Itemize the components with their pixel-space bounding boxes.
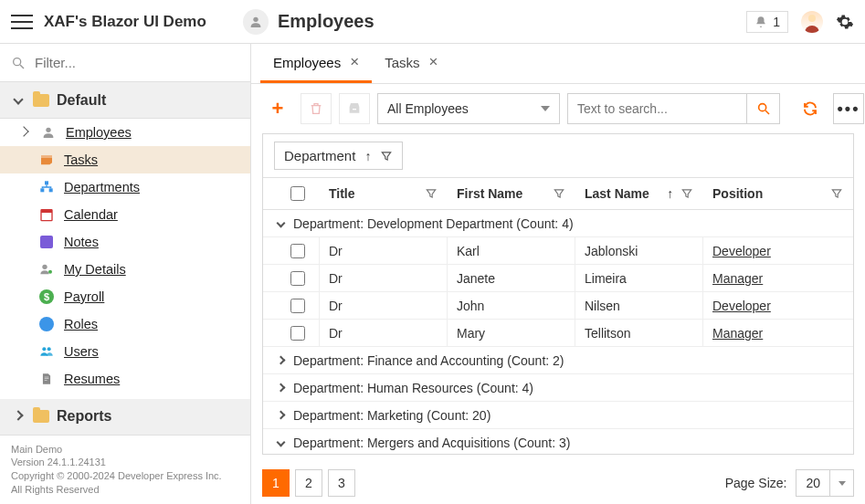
svg-rect-8 xyxy=(41,210,52,213)
sidebar-item-tasks[interactable]: Tasks xyxy=(0,146,250,173)
group-row[interactable]: Department: Human Resources (Count: 4) xyxy=(263,374,853,402)
sidebar-item-mydetails[interactable]: My Details xyxy=(0,256,250,283)
user-avatar[interactable] xyxy=(801,11,823,33)
group-row[interactable]: Department: Development Department (Coun… xyxy=(263,210,853,237)
sidebar-item-resumes[interactable]: Resumes xyxy=(0,365,250,393)
group-row[interactable]: Department: Marketing (Count: 20) xyxy=(263,402,853,429)
row-checkbox[interactable] xyxy=(290,326,305,341)
group-row[interactable]: Department: Finance and Accounting (Coun… xyxy=(263,347,853,374)
refresh-icon xyxy=(802,100,818,117)
page-size-select[interactable]: 20 xyxy=(796,469,854,497)
sidebar-section-default[interactable]: Default xyxy=(0,82,250,119)
archive-icon xyxy=(347,101,362,116)
row-checkbox[interactable] xyxy=(290,299,305,313)
cell-first-name: John xyxy=(448,292,575,319)
cell-title: Dr xyxy=(320,237,448,264)
sidebar-item-users[interactable]: Users xyxy=(0,338,250,365)
sidebar-section-reports[interactable]: Reports xyxy=(0,399,250,436)
dots-icon: ••• xyxy=(838,100,860,119)
folder-icon xyxy=(33,410,49,423)
sidebar-item-payroll[interactable]: $ Payroll xyxy=(0,283,250,310)
svg-point-12 xyxy=(47,347,51,351)
chevron-right-icon xyxy=(277,383,286,393)
svg-line-2 xyxy=(20,65,24,68)
sidebar-item-employees[interactable]: Employees xyxy=(0,119,250,146)
svg-point-0 xyxy=(253,16,258,21)
column-first-name[interactable]: First Name xyxy=(448,178,575,209)
page-button[interactable]: 1 xyxy=(262,469,290,497)
column-last-name[interactable]: Last Name↑ xyxy=(575,178,703,209)
group-label: Department: Marketing (Count: 20) xyxy=(293,408,491,423)
more-actions-button[interactable]: ••• xyxy=(833,93,864,124)
section-label: Default xyxy=(57,92,106,109)
hamburger-menu[interactable] xyxy=(11,15,33,29)
filter-icon[interactable] xyxy=(830,187,843,200)
filter-icon[interactable] xyxy=(680,187,693,200)
column-title[interactable]: Title xyxy=(320,178,448,209)
cell-position-link[interactable]: Manager xyxy=(712,326,763,341)
sidebar-filter-input[interactable] xyxy=(35,55,239,70)
notifications-button[interactable]: 1 xyxy=(746,11,788,33)
cell-last-name: Limeira xyxy=(575,265,703,291)
column-header-row: Title First Name Last Name↑ Position xyxy=(263,177,853,210)
org-icon xyxy=(38,179,55,195)
row-checkbox[interactable] xyxy=(290,244,305,258)
cell-first-name: Karl xyxy=(448,237,575,264)
person-icon xyxy=(40,124,57,141)
filter-icon[interactable] xyxy=(553,187,565,200)
page-button[interactable]: 3 xyxy=(328,469,355,497)
cell-title: Dr xyxy=(320,320,448,346)
inbox-icon xyxy=(38,152,55,168)
chevron-right-icon xyxy=(277,356,286,365)
sidebar-footer: Main Demo Version 24.1.1.24131 Copyright… xyxy=(0,436,250,504)
archive-button[interactable] xyxy=(339,93,370,124)
settings-button[interactable] xyxy=(836,13,854,31)
sidebar-item-roles[interactable]: Roles xyxy=(0,310,250,338)
group-label: Department: Mergers and Acquisitions (Co… xyxy=(293,436,570,450)
select-all-checkbox[interactable] xyxy=(290,186,305,201)
new-button[interactable]: + xyxy=(262,93,293,124)
tab-tasks[interactable]: Tasks × xyxy=(372,44,450,83)
view-selector[interactable]: All Employees xyxy=(377,93,560,124)
table-row[interactable]: Dr Janete Limeira Manager xyxy=(263,265,853,292)
search-input[interactable] xyxy=(568,94,746,123)
table-row[interactable]: Dr John Nilsen Developer xyxy=(263,292,853,320)
close-icon[interactable]: × xyxy=(428,53,438,71)
mydetails-icon xyxy=(38,261,55,278)
search-button[interactable] xyxy=(746,94,779,123)
cell-last-name: Tellitson xyxy=(575,320,703,346)
cell-first-name: Janete xyxy=(448,265,575,291)
sidebar-item-calendar[interactable]: Calendar xyxy=(0,201,250,228)
sidebar-item-departments[interactable]: Departments xyxy=(0,173,250,201)
filter-icon[interactable] xyxy=(380,150,393,163)
column-position[interactable]: Position xyxy=(703,178,853,209)
bell-icon xyxy=(754,16,767,28)
cell-last-name: Nilsen xyxy=(575,292,703,319)
trash-icon xyxy=(309,101,323,116)
row-checkbox[interactable] xyxy=(290,271,305,286)
close-icon[interactable]: × xyxy=(350,53,359,71)
sort-asc-icon: ↑ xyxy=(667,186,673,201)
tab-employees[interactable]: Employees × xyxy=(260,44,372,83)
users-icon xyxy=(38,343,55,360)
cell-position-link[interactable]: Developer xyxy=(712,299,771,313)
cell-position-link[interactable]: Manager xyxy=(712,271,763,286)
table-row[interactable]: Dr Karl Jablonski Developer xyxy=(263,237,853,265)
group-row[interactable]: Department: Mergers and Acquisitions (Co… xyxy=(263,429,853,454)
delete-button[interactable] xyxy=(301,93,332,124)
svg-point-1 xyxy=(14,58,21,65)
page-button[interactable]: 2 xyxy=(295,469,322,497)
refresh-button[interactable] xyxy=(795,93,826,124)
filter-icon[interactable] xyxy=(425,187,438,200)
sidebar-item-notes[interactable]: Notes xyxy=(0,228,250,256)
table-row[interactable]: Dr Mary Tellitson Manager xyxy=(263,320,853,347)
search-icon xyxy=(11,56,26,70)
cell-position-link[interactable]: Developer xyxy=(712,244,771,258)
svg-rect-5 xyxy=(40,188,44,192)
svg-point-13 xyxy=(758,104,765,111)
chevron-down-icon xyxy=(277,219,286,228)
folder-icon xyxy=(33,94,49,107)
group-chip-department[interactable]: Department ↑ xyxy=(274,142,403,170)
sort-asc-icon: ↑ xyxy=(364,149,371,163)
cell-first-name: Mary xyxy=(448,320,575,346)
